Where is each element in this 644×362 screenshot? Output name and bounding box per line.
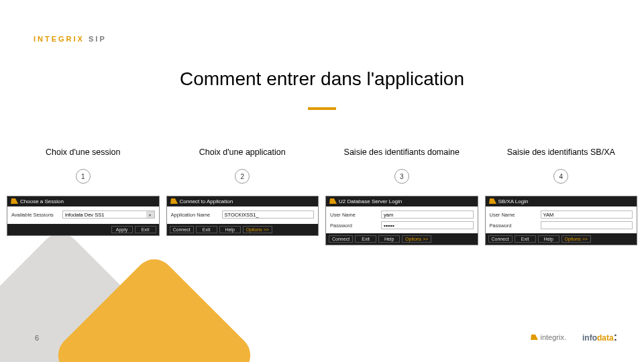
dropdown-value: infodata Dev SS1 xyxy=(63,211,146,218)
password-row: Password xyxy=(490,221,633,229)
app-icon xyxy=(489,198,496,204)
infodata-logo-part2: data xyxy=(597,333,614,343)
application-name-input[interactable]: STOCKIXSS1_ xyxy=(222,210,315,219)
infodata-logo: infodata: xyxy=(582,331,617,343)
brand-header: INTEGRIX SIP xyxy=(34,35,107,43)
brand-main: INTEGRIX xyxy=(34,35,85,43)
app-icon xyxy=(170,198,177,204)
footer-logos: integrix. infodata: xyxy=(531,331,617,343)
field-label: User Name xyxy=(490,212,537,218)
step-3-label: Saisie des identifiants domaine xyxy=(344,147,460,157)
brand-sub: SIP xyxy=(89,35,107,43)
dialog-buttons: Connect Exit Help Options >> xyxy=(167,224,319,235)
step-4-number: 4 xyxy=(553,169,568,184)
dialog-sbxa-login: SB/XA Login User Name YAM Password Conne… xyxy=(485,196,638,245)
field-label: Application Name xyxy=(171,212,218,218)
options-button[interactable]: Options >> xyxy=(402,235,431,243)
sessions-dropdown[interactable]: infodata Dev SS1 ▾ xyxy=(62,210,155,219)
username-row: User Name yam xyxy=(330,210,474,219)
chevron-down-icon: ▾ xyxy=(146,211,154,218)
dialog-buttons: Apply Exit xyxy=(7,224,159,235)
password-row: Password •••••• xyxy=(330,221,474,229)
dialog-body: Application Name STOCKIXSS1_ xyxy=(167,206,319,224)
step-2: Choix d'une application 2 Connect to App… xyxy=(166,147,319,245)
step-1: Choix d'une session 1 Choose a Session A… xyxy=(7,147,160,245)
connect-button[interactable]: Connect xyxy=(170,226,194,233)
step-3: Saisie des identifiants domaine 3 U2 Dat… xyxy=(325,147,478,245)
dialog-titlebar: Choose a Session xyxy=(7,196,159,206)
step-2-label: Choix d'une application xyxy=(199,147,286,157)
step-4: Saisie des identifiants SB/XA 4 SB/XA Lo… xyxy=(485,147,638,245)
title-underline xyxy=(308,107,336,110)
exit-button[interactable]: Exit xyxy=(515,235,536,243)
username-input[interactable]: YAM xyxy=(541,210,633,219)
integrix-icon xyxy=(531,335,537,341)
options-button[interactable]: Options >> xyxy=(243,226,272,233)
dialog-body: Available Sessions infodata Dev SS1 ▾ xyxy=(7,206,159,224)
username-input[interactable]: yam xyxy=(381,210,474,219)
step-2-number: 2 xyxy=(235,169,250,184)
dialog-title-text: Choose a Session xyxy=(20,198,156,204)
field-label: Password xyxy=(490,223,537,229)
dialog-choose-session: Choose a Session Available Sessions info… xyxy=(7,196,160,236)
slide-number: 6 xyxy=(35,334,39,342)
exit-button[interactable]: Exit xyxy=(135,226,156,233)
connect-button[interactable]: Connect xyxy=(329,235,353,243)
help-button[interactable]: Help xyxy=(378,235,400,243)
application-name-row: Application Name STOCKIXSS1_ xyxy=(171,210,315,219)
help-button[interactable]: Help xyxy=(538,235,559,243)
dialog-titlebar: Connect to Application xyxy=(167,196,319,206)
password-input[interactable]: •••••• xyxy=(381,221,474,229)
page-title: Comment entrer dans l'application xyxy=(0,68,644,90)
exit-button[interactable]: Exit xyxy=(196,226,217,233)
infodata-logo-part1: info xyxy=(582,333,597,343)
app-icon xyxy=(329,198,336,204)
dialog-buttons: Connect Exit Help Options >> xyxy=(486,233,637,245)
app-icon xyxy=(11,198,17,204)
steps-row: Choix d'une session 1 Choose a Session A… xyxy=(7,147,637,245)
dialog-titlebar: SB/XA Login xyxy=(486,196,637,206)
exit-button[interactable]: Exit xyxy=(355,235,376,243)
step-4-label: Saisie des identifiants SB/XA xyxy=(507,147,615,157)
decorative-shape-orange xyxy=(50,251,258,362)
decorative-shape-grey xyxy=(0,225,184,362)
dialog-u2-login: U2 Database Server Login User Name yam P… xyxy=(325,196,478,245)
field-label: User Name xyxy=(330,212,377,218)
field-label: Password xyxy=(330,223,377,229)
integrix-logo-text: integrix. xyxy=(540,333,566,341)
field-label: Available Sessions xyxy=(11,212,58,218)
step-1-number: 1 xyxy=(76,169,91,184)
step-1-label: Choix d'une session xyxy=(46,147,120,157)
dialog-connect-application: Connect to Application Application Name … xyxy=(166,196,319,236)
help-button[interactable]: Help xyxy=(219,226,241,233)
apply-button[interactable]: Apply xyxy=(111,226,133,233)
username-row: User Name YAM xyxy=(490,210,633,219)
dialog-title-text: Connect to Application xyxy=(180,198,315,204)
dialog-title-text: U2 Database Server Login xyxy=(339,198,474,204)
password-input[interactable] xyxy=(541,221,633,229)
dialog-buttons: Connect Exit Help Options >> xyxy=(326,233,478,245)
options-button[interactable]: Options >> xyxy=(561,235,591,243)
available-sessions-row: Available Sessions infodata Dev SS1 ▾ xyxy=(11,210,155,219)
infodata-logo-colon: : xyxy=(614,331,617,343)
dialog-body: User Name YAM Password xyxy=(486,206,637,233)
step-3-number: 3 xyxy=(394,169,409,184)
dialog-title-text: SB/XA Login xyxy=(498,198,634,204)
dialog-body: User Name yam Password •••••• xyxy=(326,206,478,233)
dialog-titlebar: U2 Database Server Login xyxy=(326,196,478,206)
connect-button[interactable]: Connect xyxy=(488,235,513,243)
integrix-logo: integrix. xyxy=(531,333,566,341)
